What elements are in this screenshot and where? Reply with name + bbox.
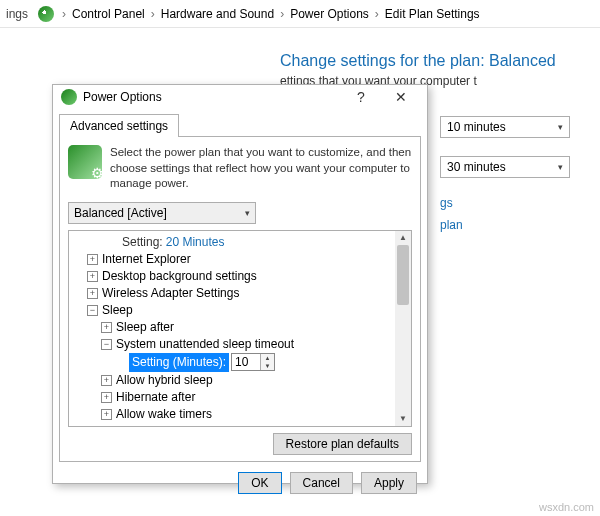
chevron-down-icon: ▾ <box>245 208 250 218</box>
power-options-icon <box>61 89 77 105</box>
dialog-header-text: Select the power plan that you want to c… <box>110 145 412 192</box>
battery-gear-icon <box>68 145 102 179</box>
tab-strip: Advanced settings <box>53 109 427 136</box>
dialog-title: Power Options <box>83 90 341 104</box>
link-restore-defaults[interactable]: plan <box>440 218 582 232</box>
breadcrumb-partial: ings <box>6 7 28 21</box>
restore-defaults-button[interactable]: Restore plan defaults <box>273 433 412 455</box>
tab-advanced-settings[interactable]: Advanced settings <box>59 114 179 137</box>
tree-scrollbar[interactable]: ▲ ▼ <box>395 231 411 426</box>
link-change-advanced[interactable]: gs <box>440 196 582 210</box>
tree-desktop-bg[interactable]: Desktop background settings <box>102 268 257 285</box>
minutes-spinner[interactable]: ▲▼ <box>231 353 275 371</box>
expand-icon[interactable]: + <box>101 322 112 333</box>
expand-icon[interactable]: + <box>87 288 98 299</box>
breadcrumb-power-options[interactable]: Power Options <box>288 5 371 23</box>
chevron-right-icon: › <box>280 7 284 21</box>
tab-body: Select the power plan that you want to c… <box>59 136 421 462</box>
breadcrumb: ings › Control Panel › Hardware and Soun… <box>0 0 600 28</box>
expand-icon[interactable]: + <box>101 392 112 403</box>
chevron-right-icon: › <box>375 7 379 21</box>
chevron-right-icon: › <box>62 7 66 21</box>
sleep-timeout-dropdown[interactable]: 30 minutes ▾ <box>440 156 570 178</box>
help-button[interactable]: ? <box>341 85 381 109</box>
page-title: Change settings for the plan: Balanced <box>280 52 582 70</box>
display-timeout-dropdown[interactable]: 10 minutes ▾ <box>440 116 570 138</box>
dialog-titlebar[interactable]: Power Options ? ✕ <box>53 85 427 109</box>
cancel-button[interactable]: Cancel <box>290 472 353 494</box>
tree-wireless-adapter[interactable]: Wireless Adapter Settings <box>102 285 239 302</box>
setting-minutes-label[interactable]: Setting (Minutes): <box>129 353 229 372</box>
power-options-dialog: Power Options ? ✕ Advanced settings Sele… <box>52 84 428 484</box>
tree-sleep-after[interactable]: Sleep after <box>116 319 174 336</box>
tree-sleep[interactable]: Sleep <box>102 302 133 319</box>
apply-button[interactable]: Apply <box>361 472 417 494</box>
tree-unattended-timeout[interactable]: System unattended sleep timeout <box>116 336 294 353</box>
watermark: wsxdn.com <box>539 501 594 513</box>
expand-icon[interactable]: + <box>87 271 98 282</box>
collapse-icon[interactable]: − <box>87 305 98 316</box>
scroll-up-icon[interactable]: ▲ <box>395 231 411 245</box>
collapse-icon[interactable]: − <box>101 339 112 350</box>
tree-hybrid-sleep[interactable]: Allow hybrid sleep <box>116 372 213 389</box>
ok-button[interactable]: OK <box>238 472 281 494</box>
plan-select-dropdown[interactable]: Balanced [Active] ▾ <box>68 202 256 224</box>
tree-internet-explorer[interactable]: Internet Explorer <box>102 251 191 268</box>
expand-icon[interactable]: + <box>101 375 112 386</box>
spin-down[interactable]: ▼ <box>261 362 274 370</box>
power-options-icon[interactable] <box>38 6 54 22</box>
tree-hibernate-after[interactable]: Hibernate after <box>116 389 195 406</box>
tree-wake-timers[interactable]: Allow wake timers <box>116 406 212 423</box>
spin-up[interactable]: ▲ <box>261 354 274 362</box>
close-button[interactable]: ✕ <box>381 85 421 109</box>
settings-tree: Setting:20 Minutes +Internet Explorer +D… <box>68 230 412 427</box>
expand-icon[interactable]: + <box>87 254 98 265</box>
scroll-down-icon[interactable]: ▼ <box>395 412 411 426</box>
setting-value[interactable]: 20 Minutes <box>166 234 225 251</box>
dropdown-value: 10 minutes <box>447 120 506 134</box>
setting-label: Setting: <box>122 234 163 251</box>
expand-icon[interactable]: + <box>101 409 112 420</box>
breadcrumb-control-panel[interactable]: Control Panel <box>70 5 147 23</box>
minutes-input[interactable] <box>232 354 260 370</box>
breadcrumb-edit-plan[interactable]: Edit Plan Settings <box>383 5 482 23</box>
dropdown-value: 30 minutes <box>447 160 506 174</box>
plan-select-value: Balanced [Active] <box>74 206 167 220</box>
scroll-thumb[interactable] <box>397 245 409 305</box>
breadcrumb-hardware-sound[interactable]: Hardware and Sound <box>159 5 276 23</box>
chevron-down-icon: ▾ <box>558 162 563 172</box>
chevron-right-icon: › <box>151 7 155 21</box>
chevron-down-icon: ▾ <box>558 122 563 132</box>
